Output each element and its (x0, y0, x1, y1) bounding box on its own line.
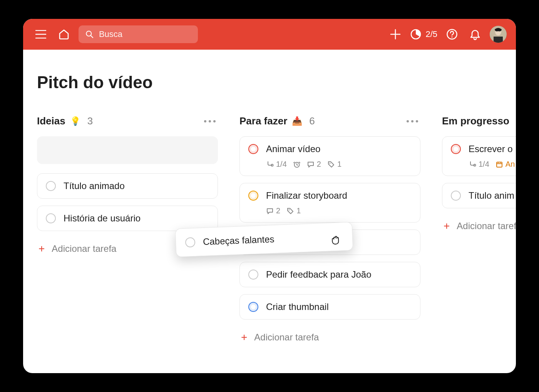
more-icon[interactable] (202, 118, 218, 125)
task-card[interactable]: Finalizar storyboard 2 1 (239, 183, 420, 223)
column-title: Ideias (37, 115, 65, 127)
task-title: Título animado (64, 181, 125, 191)
task-card[interactable]: História de usuário (37, 206, 218, 231)
topbar: 2/5 (23, 19, 516, 50)
svg-rect-12 (497, 162, 502, 167)
svg-point-10 (289, 209, 290, 210)
task-card[interactable]: Título anim (442, 183, 516, 208)
tag-icon: 1 (327, 160, 341, 169)
task-title: Finalizar storyboard (266, 190, 347, 201)
tag-icon: 1 (286, 206, 301, 215)
plus-icon: + (241, 331, 247, 343)
subtask-icon: 1/4 (469, 160, 489, 169)
task-checkbox[interactable] (248, 270, 258, 280)
column-em-progresso: Em progresso Escrever o 1/4 (442, 115, 516, 373)
task-card[interactable]: Escrever o 1/4 An (442, 136, 516, 176)
plus-icon: + (38, 243, 45, 255)
help-icon[interactable] (444, 26, 460, 43)
task-checkbox[interactable] (185, 237, 196, 248)
column-header[interactable]: Em progresso (442, 115, 516, 127)
more-icon[interactable] (404, 118, 420, 125)
comment-icon: 2 (307, 160, 321, 169)
add-icon[interactable] (387, 26, 404, 43)
column-title: Em progresso (442, 115, 509, 127)
subtask-icon: 1/4 (266, 160, 287, 169)
notifications-icon[interactable] (467, 26, 484, 43)
task-checkbox[interactable] (248, 302, 258, 312)
grab-cursor-icon (329, 233, 342, 246)
column-count: 3 (87, 115, 93, 127)
task-title: Pedir feedback para João (266, 269, 372, 280)
svg-point-3 (452, 37, 453, 38)
app-window: 2/5 Pitch do vídeo Ideias 💡 3 (23, 19, 516, 373)
task-checkbox[interactable] (248, 144, 258, 154)
search-icon (85, 30, 94, 39)
page-title: Pitch do vídeo (37, 73, 502, 92)
comment-icon: 2 (266, 206, 280, 215)
add-task-label: Adicionar tarefa (254, 332, 319, 343)
date-icon: An (495, 160, 515, 169)
lightbulb-icon: 💡 (70, 116, 80, 126)
svg-point-9 (330, 162, 331, 164)
task-checkbox[interactable] (46, 181, 56, 191)
task-title: Animar vídeo (266, 144, 320, 154)
avatar[interactable] (490, 26, 507, 43)
task-title: História de usuário (64, 213, 141, 224)
inbox-icon: 📥 (292, 116, 302, 126)
add-task-label: Adicionar tarefa (52, 243, 116, 254)
column-header[interactable]: Para fazer 📥 6 (239, 115, 420, 127)
task-checkbox[interactable] (451, 144, 461, 154)
pie-icon (410, 28, 422, 40)
task-title: Criar thumbnail (266, 302, 329, 312)
alarm-icon (293, 161, 301, 168)
task-checkbox[interactable] (451, 191, 461, 201)
task-checkbox[interactable] (248, 191, 258, 201)
column-count: 6 (309, 115, 315, 127)
task-meta: 1/4 2 1 (266, 160, 412, 169)
task-meta: 2 1 (266, 206, 412, 215)
task-meta: 1/4 An (469, 160, 516, 169)
search-box[interactable] (79, 25, 198, 43)
task-card[interactable]: Animar vídeo 1/4 2 (239, 136, 420, 176)
task-card[interactable]: Título animado (37, 173, 218, 199)
task-card[interactable]: Pedir feedback para João (239, 262, 420, 287)
task-title: Título anim (469, 190, 514, 201)
search-input[interactable] (99, 29, 191, 39)
content: Pitch do vídeo Ideias 💡 3 Título animado (23, 50, 516, 373)
svg-rect-6 (494, 37, 503, 43)
task-title: Cabeças falantes (203, 234, 275, 247)
add-task-label: Adicionar tarefa (457, 221, 516, 231)
task-card[interactable]: Criar thumbnail (239, 294, 420, 320)
plus-icon: + (444, 220, 450, 232)
column-header[interactable]: Ideias 💡 3 (37, 115, 218, 127)
column-title: Para fazer (239, 115, 287, 127)
home-icon[interactable] (55, 26, 72, 43)
add-task-button[interactable]: + Adicionar tarefa (239, 327, 420, 348)
task-checkbox[interactable] (46, 213, 56, 223)
add-task-button[interactable]: + Adicionar tarefa (442, 215, 516, 237)
task-title: Escrever o (469, 144, 513, 154)
menu-icon[interactable] (32, 26, 49, 43)
ratio-text: 2/5 (425, 29, 437, 39)
drop-placeholder (37, 136, 218, 164)
productivity-ratio[interactable]: 2/5 (410, 28, 437, 40)
